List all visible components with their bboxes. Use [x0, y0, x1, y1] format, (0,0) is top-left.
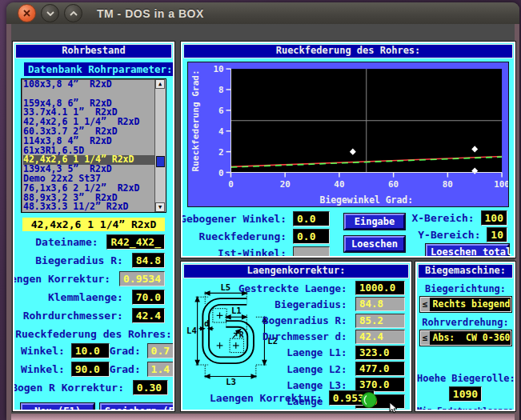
laengen-korrektur-label: Laengen Korrektur:	[13, 273, 117, 285]
status-light-icon	[360, 391, 378, 409]
panel-laengenkorrektur-title: Laengenkorrektur:	[183, 264, 409, 278]
winkel2-label: Winkel:	[21, 363, 71, 375]
biegeradius-label: Biegeradius R:	[35, 254, 129, 266]
list-item[interactable]: 108x3,8 4” R2xD	[23, 80, 154, 90]
springback-chart[interactable]: 0246810020406080100Biegewinkel Grad:Ruec…	[187, 62, 509, 207]
laenge-l3-label: Laenge L3:	[287, 379, 353, 391]
scroll-down-icon[interactable]: ▼	[155, 202, 165, 212]
grad1-label: Grad:	[110, 345, 147, 357]
gestreckte-laenge-field[interactable]: 1000.0	[355, 281, 405, 295]
laenge-l1-field[interactable]: 323.0	[355, 346, 405, 360]
list-scrollbar[interactable]: ▲ ▼	[154, 79, 166, 212]
window-bottom-edge	[11, 414, 515, 420]
panel-rueckfederung: Rueckfederung des Rohres: 02468100204060…	[181, 42, 515, 258]
speichern-button[interactable]: Speichern (F10)	[100, 403, 174, 411]
svg-text:40: 40	[334, 179, 344, 190]
rohrdurchmesser-field[interactable]: 42.4	[132, 308, 165, 323]
panel-rohrbestand: Rohrbestand Datenbank Rohrparameter: 108…	[13, 42, 174, 411]
ist-winkel-field	[293, 246, 330, 258]
winkel1-label: Winkel:	[21, 345, 71, 357]
panel-laengenkorrektur: Laengenkorrektur:	[181, 262, 411, 411]
svg-text:80: 80	[443, 179, 453, 190]
svg-text:d: d	[204, 319, 209, 328]
svg-text:Biegewinkel Grad:: Biegewinkel Grad:	[320, 194, 413, 206]
list-item[interactable]: 48.3x3.3 11/2” R2xD	[23, 202, 154, 211]
grad2-label: Grad:	[110, 363, 147, 375]
y-bereich-field[interactable]: 10	[487, 227, 507, 242]
eingabe-button[interactable]: Eingabe	[344, 214, 405, 230]
min-endstueck-label: Min.Endstuecklaenge:	[417, 406, 514, 411]
gebogener-winkel-label: Gebogener Winkel:	[181, 213, 293, 225]
springback-section-label: Rueckfederung des Rohres:	[14, 328, 173, 340]
biegeradius-field[interactable]: 84.8	[132, 253, 165, 268]
dateiname-label: Dateiname:	[35, 236, 104, 248]
maximize-icon[interactable]	[64, 4, 82, 22]
winkel2-field[interactable]: 90.0	[71, 362, 110, 377]
grad1-field: 0.7	[147, 343, 174, 358]
rohrverdrehung-value: Abs: CW 0-360	[431, 331, 511, 345]
panel-biegemaschine: Biegemaschine: Biegerichtung: ≤ Rechts b…	[415, 262, 515, 411]
laengen-korrektur2-label: Laengen Korrektur:	[210, 392, 329, 404]
svg-text:0: 0	[228, 179, 234, 190]
biegeradius2-field: 84.8	[355, 297, 405, 311]
svg-text:20: 20	[280, 179, 291, 190]
bogen-korrektur-field[interactable]: 0.30	[133, 380, 168, 395]
biegerichtung-value: Rechts biegend	[431, 298, 511, 311]
rueckfederung-label: Rueckfederung:	[199, 230, 293, 242]
svg-text:60: 60	[388, 179, 399, 190]
pipe-list: 108x3,8 4” R2xD159x4,8 6” R2xD33.7x4.1 1…	[23, 80, 154, 211]
svg-text:2: 2	[218, 147, 224, 158]
svg-text:L4: L4	[186, 326, 197, 335]
gebogener-winkel-field[interactable]: 0.0	[293, 211, 330, 226]
panel-biegemaschine-title: Biegemaschine:	[418, 264, 513, 278]
x-bereich-label: X-Bereich:	[411, 212, 480, 224]
loeschen-button[interactable]: Loeschen	[344, 236, 405, 252]
scrollbar-thumb[interactable]	[156, 156, 165, 167]
svg-text:8: 8	[218, 85, 224, 95]
svg-text:100: 100	[494, 179, 508, 190]
klemmlaenge-field[interactable]: 70.0	[132, 290, 165, 305]
rueckfederung-field[interactable]: 0.0	[293, 229, 330, 244]
svg-text:Rueckfederung Grad:: Rueckfederung Grad:	[190, 70, 201, 171]
rohrverdrehung-dropdown[interactable]: ≤ Abs: CW 0-360	[420, 330, 511, 346]
laenge-l1-label: Laenge L1:	[287, 346, 353, 358]
svg-text:4: 4	[218, 126, 224, 137]
x-bereich-field[interactable]: 100	[481, 210, 507, 226]
dropdown-arrow-icon[interactable]: ≤	[421, 298, 431, 311]
dropdown-arrow-icon[interactable]: ≤	[421, 331, 431, 345]
dateiname-field[interactable]: R42_4X2_	[106, 234, 165, 250]
selected-pipe-display: 42,4x2,6 1 1/4” R2xD	[22, 218, 165, 231]
window-titlebar[interactable]: TM - DOS in a BOX	[6, 2, 519, 25]
bogenradius-label: Bogenradius R:	[263, 314, 353, 326]
biegerichtung-label: Biegerichtung:	[417, 283, 514, 294]
bogen-korrektur-label: Bogen R Korrektur:	[13, 382, 130, 394]
close-icon[interactable]	[18, 4, 36, 22]
y-bereich-label: Y-Bereich:	[418, 229, 487, 241]
hoehe-biegerolle-field[interactable]: 1090	[449, 386, 482, 402]
durchmesser-field: 42.4	[355, 330, 405, 344]
desktop: TM - DOS in a BOX Rohrbestand Datenbank …	[0, 0, 521, 420]
loeschen-total-button[interactable]: Loeschen total	[426, 244, 509, 258]
klemmlaenge-label: Klemmlaenge:	[48, 291, 130, 303]
laenge-l2-field[interactable]: 477.0	[355, 362, 405, 376]
minimize-icon[interactable]	[41, 4, 59, 22]
durchmesser-label: Durchmesser d:	[263, 330, 353, 342]
list-header: Datenbank Rohrparameter:	[24, 62, 174, 76]
window-title: TM - DOS in a BOX	[97, 7, 204, 20]
svg-text:L5: L5	[221, 282, 231, 292]
panel-rueckfederung-title: Rueckfederung des Rohres:	[183, 44, 513, 58]
biegeradius2-label: Biegeradius:	[275, 298, 353, 310]
svg-text:L1: L1	[231, 306, 242, 315]
neu-button[interactable]: Neu (F1)	[21, 403, 94, 411]
gestreckte-laenge-label: Gestreckte Laenge:	[238, 282, 353, 294]
svg-text:L3: L3	[226, 377, 236, 386]
laenge-l2-label: Laenge L2:	[287, 363, 353, 375]
biegerichtung-dropdown[interactable]: ≤ Rechts biegend	[420, 297, 511, 312]
winkel1-field[interactable]: 10.0	[71, 343, 110, 358]
hoehe-biegerolle-label: Hoehe Biegerolle:	[417, 373, 514, 384]
scroll-up-icon[interactable]: ▲	[155, 79, 165, 89]
pipe-listbox[interactable]: 108x3,8 4” R2xD159x4,8 6” R2xD33.7x4.1 1…	[21, 78, 166, 213]
svg-text:10: 10	[213, 64, 223, 74]
rohrverdrehung-label: Rohrverdrehung:	[417, 317, 514, 328]
mouse-cursor	[389, 402, 399, 414]
